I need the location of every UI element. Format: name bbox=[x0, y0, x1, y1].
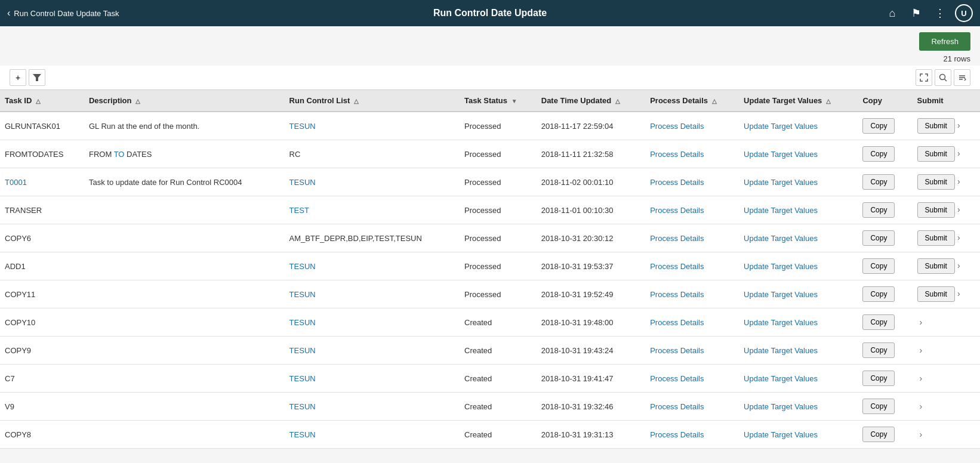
expand-button[interactable] bbox=[916, 69, 932, 86]
home-icon[interactable]: ⌂ bbox=[883, 4, 901, 22]
search-button[interactable] bbox=[935, 69, 951, 86]
run-control-list-link[interactable]: TEST bbox=[289, 206, 309, 215]
submit-button[interactable]: Submit bbox=[917, 146, 955, 162]
process-details-link[interactable]: Process Details bbox=[650, 318, 704, 327]
copy-button[interactable]: Copy bbox=[862, 314, 895, 330]
process-details-link[interactable]: Process Details bbox=[650, 374, 704, 383]
cell-run-control-list: TESUN bbox=[285, 280, 460, 308]
update-target-values-link[interactable]: Update Target Values bbox=[744, 290, 818, 299]
task-id-link[interactable]: T0001 bbox=[5, 178, 27, 187]
update-target-values-link[interactable]: Update Target Values bbox=[744, 234, 818, 243]
run-control-list-link[interactable]: TESUN bbox=[289, 346, 316, 355]
col-task-status[interactable]: Task Status ▼ bbox=[460, 90, 537, 112]
update-target-values-link[interactable]: Update Target Values bbox=[744, 402, 818, 411]
cell-run-control-list: TESUN bbox=[285, 112, 460, 140]
process-details-link[interactable]: Process Details bbox=[650, 290, 704, 299]
update-target-values-link[interactable]: Update Target Values bbox=[744, 318, 818, 327]
run-control-list-link[interactable]: TESUN bbox=[289, 318, 316, 327]
update-target-values-link[interactable]: Update Target Values bbox=[744, 150, 818, 159]
submit-button[interactable]: Submit bbox=[917, 202, 955, 218]
row-expand-icon[interactable]: › bbox=[955, 174, 963, 189]
row-expand-icon[interactable]: › bbox=[917, 399, 925, 413]
copy-button[interactable]: Copy bbox=[862, 342, 895, 358]
row-expand-icon[interactable]: › bbox=[917, 315, 925, 329]
run-control-list-link[interactable]: TESUN bbox=[289, 290, 316, 299]
submit-button[interactable]: Submit bbox=[917, 174, 955, 190]
copy-button[interactable]: Copy bbox=[862, 230, 895, 246]
table-row: COPY10TESUNCreated2018-10-31 19:48:00Pro… bbox=[0, 308, 980, 337]
run-control-list-link[interactable]: TESUN bbox=[289, 374, 316, 383]
process-details-link[interactable]: Process Details bbox=[650, 430, 704, 439]
submit-button[interactable]: Submit bbox=[917, 230, 955, 246]
row-expand-icon[interactable]: › bbox=[955, 230, 963, 245]
cell-process-details: Process Details bbox=[645, 224, 739, 252]
update-target-values-link[interactable]: Update Target Values bbox=[744, 374, 818, 383]
row-expand-icon[interactable]: › bbox=[955, 146, 963, 160]
run-control-list-link[interactable]: TESUN bbox=[289, 178, 316, 187]
row-expand-icon[interactable]: › bbox=[917, 343, 925, 357]
dates-text: DATES bbox=[124, 150, 152, 159]
process-details-link[interactable]: Process Details bbox=[650, 150, 704, 159]
col-task-id[interactable]: Task ID △ bbox=[0, 90, 84, 112]
sort-button[interactable] bbox=[954, 69, 970, 86]
process-details-link[interactable]: Process Details bbox=[650, 122, 704, 131]
submit-button[interactable]: Submit bbox=[917, 118, 955, 134]
copy-button[interactable]: Copy bbox=[862, 427, 895, 442]
row-expand-icon[interactable]: › bbox=[955, 118, 963, 132]
submit-button[interactable]: Submit bbox=[917, 258, 955, 274]
run-control-list-link[interactable]: TESUN bbox=[289, 122, 316, 131]
update-target-values-link[interactable]: Update Target Values bbox=[744, 262, 818, 271]
row-expand-icon[interactable]: › bbox=[955, 202, 963, 217]
process-details-link[interactable]: Process Details bbox=[650, 178, 704, 187]
cell-task-id: COPY10 bbox=[0, 308, 84, 337]
run-control-list-link[interactable]: TESUN bbox=[289, 402, 316, 411]
col-description[interactable]: Description △ bbox=[84, 90, 285, 112]
update-target-values-link[interactable]: Update Target Values bbox=[744, 346, 818, 355]
row-expand-icon[interactable]: › bbox=[917, 371, 925, 385]
process-details-link[interactable]: Process Details bbox=[650, 346, 704, 355]
filter-button[interactable] bbox=[29, 69, 45, 86]
cell-process-details: Process Details bbox=[645, 168, 739, 196]
submit-button[interactable]: Submit bbox=[917, 286, 955, 302]
process-details-link[interactable]: Process Details bbox=[650, 206, 704, 215]
update-target-values-link[interactable]: Update Target Values bbox=[744, 206, 818, 215]
cell-task-id: COPY11 bbox=[0, 280, 84, 308]
copy-button[interactable]: Copy bbox=[862, 371, 895, 386]
cell-update-target-values: Update Target Values bbox=[739, 140, 858, 168]
row-expand-icon[interactable]: › bbox=[955, 258, 963, 273]
col-date-time-updated[interactable]: Date Time Updated △ bbox=[537, 90, 645, 112]
update-target-values-link[interactable]: Update Target Values bbox=[744, 122, 818, 131]
row-expand-icon[interactable]: › bbox=[917, 427, 925, 442]
flag-icon[interactable]: ⚑ bbox=[907, 4, 925, 22]
copy-button[interactable]: Copy bbox=[862, 118, 895, 134]
update-target-values-link[interactable]: Update Target Values bbox=[744, 178, 818, 187]
page-title: Run Control Date Update bbox=[433, 8, 547, 18]
process-details-link[interactable]: Process Details bbox=[650, 234, 704, 243]
refresh-button[interactable]: Refresh bbox=[919, 32, 970, 51]
more-vertical-icon[interactable]: ⋮ bbox=[931, 4, 949, 22]
to-link[interactable]: TO bbox=[114, 150, 125, 159]
copy-button[interactable]: Copy bbox=[862, 399, 895, 414]
run-control-list-link[interactable]: TESUN bbox=[289, 262, 316, 271]
back-nav[interactable]: ‹ Run Control Date Update Task bbox=[7, 8, 119, 18]
user-avatar[interactable]: U bbox=[955, 4, 973, 22]
col-update-target-values[interactable]: Update Target Values △ bbox=[739, 90, 858, 112]
copy-button[interactable]: Copy bbox=[862, 146, 895, 162]
cell-process-details: Process Details bbox=[645, 140, 739, 168]
add-button[interactable]: + bbox=[10, 69, 26, 86]
col-run-control-list[interactable]: Run Control List △ bbox=[285, 90, 460, 112]
process-details-link[interactable]: Process Details bbox=[650, 262, 704, 271]
update-target-values-link[interactable]: Update Target Values bbox=[744, 430, 818, 439]
process-details-link[interactable]: Process Details bbox=[650, 402, 704, 411]
col-process-details[interactable]: Process Details △ bbox=[645, 90, 739, 112]
copy-button[interactable]: Copy bbox=[862, 202, 895, 218]
table-row: V9TESUNCreated2018-10-31 19:32:46Process… bbox=[0, 393, 980, 421]
copy-button[interactable]: Copy bbox=[862, 286, 895, 302]
copy-button[interactable]: Copy bbox=[862, 174, 895, 190]
copy-button[interactable]: Copy bbox=[862, 258, 895, 274]
cell-task-id: GLRUNTASK01 bbox=[0, 112, 84, 140]
run-control-list-link[interactable]: TESUN bbox=[289, 430, 316, 439]
cell-process-details: Process Details bbox=[645, 421, 739, 449]
row-expand-icon[interactable]: › bbox=[955, 286, 963, 301]
cell-description bbox=[84, 337, 285, 365]
